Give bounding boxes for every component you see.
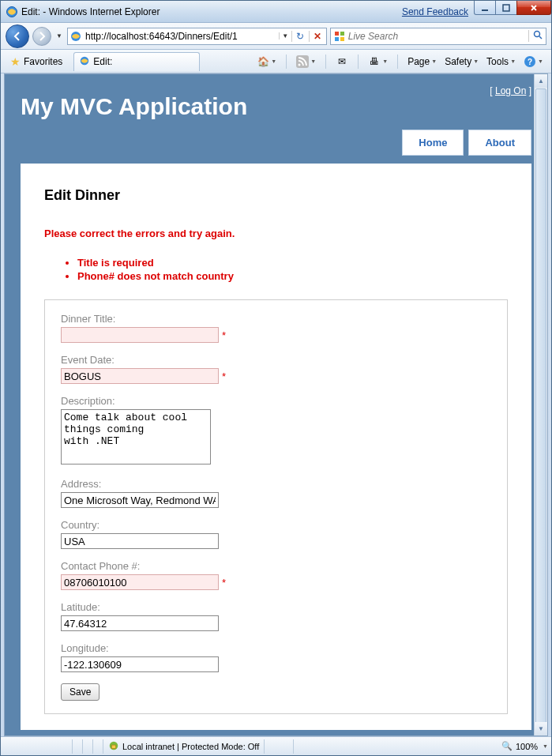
input-title[interactable] [61,327,219,343]
address-bar: ▼ ↻ ✕ [67,28,327,45]
svg-line-9 [539,36,542,39]
forward-button[interactable] [32,27,51,46]
security-zone[interactable]: Local intranet | Protected Mode: Off [108,740,259,753]
scroll-down-button[interactable]: ▼ [535,722,547,735]
input-address[interactable] [61,492,219,508]
url-input[interactable] [84,29,279,43]
logon-area: [ Log On ] [490,82,531,96]
print-button[interactable]: 🖶▼ [365,54,391,70]
star-icon: ★ [10,55,21,68]
page-heading: Edit Dinner [44,187,508,204]
mail-button[interactable]: ✉ [332,54,351,70]
browser-window: Edit: - Windows Internet Explorer Send F… [0,0,552,756]
label-longitude: Longitude: [61,642,491,654]
command-bar: ★ Favorites Edit: 🏠▼ ▼ ✉ 🖶▼ Page▼ Safety… [1,50,551,73]
close-button[interactable] [516,1,551,15]
zone-text: Local intranet | Protected Mode: Off [122,742,259,751]
req-marker: * [222,329,226,341]
label-country: Country: [61,519,491,531]
svg-rect-7 [340,37,344,41]
input-eventdate[interactable] [61,368,219,384]
content-panel: Edit Dinner Please correct the errors an… [21,164,531,730]
validation-summary: Please correct the errors and try again. [44,228,508,239]
svg-point-12 [299,63,301,66]
home-button[interactable]: 🏠▼ [253,54,280,70]
minimize-button[interactable] [474,1,496,15]
history-dropdown[interactable]: ▼ [54,32,64,39]
help-icon: ? [524,55,536,68]
favorites-button[interactable]: ★ Favorites [6,54,67,70]
intranet-icon [108,740,119,753]
refresh-button[interactable]: ↻ [291,31,309,42]
label-latitude: Latitude: [61,601,491,613]
req-marker: * [222,370,226,382]
svg-rect-1 [482,9,488,11]
send-feedback-link[interactable]: Send Feedback [402,6,468,17]
req-marker: * [222,577,226,589]
titlebar: Edit: - Windows Internet Explorer Send F… [1,1,551,23]
main-menu: Home About [5,120,547,164]
zoom-icon: 🔍 [501,741,513,751]
search-bar [330,28,546,45]
input-country[interactable] [61,533,219,549]
window-title: Edit: - Windows Internet Explorer [21,6,402,17]
input-longitude[interactable] [61,656,219,672]
navigation-bar: ▼ ▼ ↻ ✕ [1,23,551,50]
save-button[interactable]: Save [61,683,100,701]
back-button[interactable] [6,24,29,48]
window-controls [475,1,551,22]
label-phone: Contact Phone #: [61,560,491,572]
scroll-thumb[interactable] [535,88,546,736]
stop-button[interactable]: ✕ [309,31,326,42]
viewport: My MVC Application [ Log On ] Home About… [4,73,548,736]
vertical-scrollbar[interactable]: ▲ ▼ [534,74,547,735]
zoom-dropdown[interactable]: ▼ [541,743,548,749]
input-phone[interactable] [61,574,219,590]
form-fieldset: Dinner Title: * Event Date: * Descriptio… [44,299,508,714]
label-eventdate: Event Date: [61,354,491,366]
tools-menu[interactable]: Tools▼ [483,55,519,69]
status-bar: Local intranet | Protected Mode: Off 🔍 1… [1,736,551,755]
help-button[interactable]: ?▼ [520,54,546,70]
browser-tab[interactable]: Edit: [73,52,200,71]
svg-text:?: ? [528,58,532,66]
label-title: Dinner Title: [61,313,491,325]
maximize-button[interactable] [495,1,517,15]
logon-link[interactable]: Log On [495,85,526,96]
home-icon: 🏠 [257,55,269,68]
svg-rect-16 [111,745,115,748]
svg-rect-2 [503,5,509,11]
label-description: Description: [61,395,491,407]
url-dropdown[interactable]: ▼ [279,32,291,39]
page-content: My MVC Application [ Log On ] Home About… [5,74,547,735]
search-button[interactable] [528,30,546,42]
page-menu[interactable]: Page▼ [404,55,440,69]
svg-rect-6 [335,37,339,41]
label-address: Address: [61,478,491,490]
input-latitude[interactable] [61,615,219,631]
svg-rect-5 [340,32,344,36]
safety-menu[interactable]: Safety▼ [441,55,482,69]
svg-point-8 [534,32,539,37]
input-description[interactable]: Come talk about cool things coming with … [61,409,211,465]
svg-rect-4 [335,32,339,36]
validation-error: Title is required [77,257,508,269]
rss-icon [296,55,309,68]
tab-page-icon [79,55,90,69]
validation-error: Phone# does not match country [77,270,508,282]
print-icon: 🖶 [368,55,381,68]
menu-home[interactable]: Home [402,130,464,156]
svg-rect-11 [296,55,309,68]
search-input[interactable] [348,29,528,43]
zoom-level[interactable]: 100% [516,742,538,751]
validation-errors: Title is required Phone# does not match … [77,257,508,282]
scroll-up-button[interactable]: ▲ [535,74,547,88]
favorites-label: Favorites [24,56,62,67]
app-title: My MVC Application [21,82,490,120]
page-icon [69,30,82,43]
feeds-button[interactable]: ▼ [293,54,319,70]
menu-about[interactable]: About [468,130,531,156]
tab-title: Edit: [93,56,112,67]
ie-icon [6,6,18,18]
search-provider-icon [333,30,346,43]
